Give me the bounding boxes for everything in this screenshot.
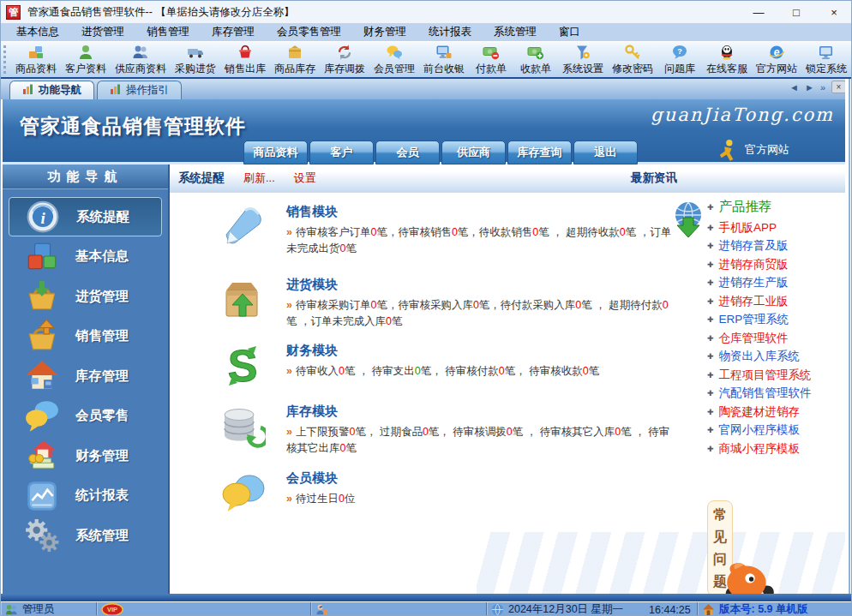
window-right-edge	[845, 79, 852, 601]
news-link[interactable]: 仓库管理软件	[719, 331, 789, 346]
sidebar-item-member-retail[interactable]: 会员零售	[9, 397, 162, 436]
sidebar-header: 功能导航	[3, 164, 168, 189]
banner-customer-button[interactable]: 客户	[309, 141, 374, 164]
toolbar-pos-cashier-button[interactable]: 前台收银	[419, 43, 469, 77]
toolbar-product-stock-button[interactable]: 商品库存	[270, 43, 320, 77]
toolbar-member-manage-button[interactable]: 会员管理	[369, 43, 419, 77]
news-item-invoicing-production[interactable]: ✚进销存生产版	[707, 274, 843, 293]
toolbar-sales-out-button[interactable]: 销售出库	[220, 43, 270, 77]
news-item-invoicing-basic[interactable]: ✚进销存普及版	[707, 237, 843, 256]
toolbar-lock-system-button[interactable]: 锁定系统	[801, 43, 851, 77]
news-link[interactable]: 手机版APP	[719, 220, 777, 236]
refresh-link[interactable]: 刷新...	[243, 170, 275, 186]
toolbar-customer-info-button[interactable]: 客户资料	[61, 43, 111, 77]
sidebar-item-finance-mgmt[interactable]: 财务管理	[9, 436, 162, 475]
keyboard-watermark	[477, 532, 845, 594]
sidebar-item-purchase-mgmt[interactable]: 进货管理	[9, 277, 162, 316]
password-icon	[624, 44, 641, 61]
ie-icon: e	[768, 44, 785, 61]
toolbar-change-password-button[interactable]: 修改密码	[608, 43, 657, 77]
news-link[interactable]: 进销存生产版	[719, 275, 789, 290]
news-link[interactable]: 进销存商贸版	[719, 257, 789, 272]
news-item-project-mgmt-system[interactable]: ✚工程项目管理系统	[707, 366, 843, 385]
sidebar-item-report-stats[interactable]: 统计报表	[9, 476, 162, 516]
tab-scroll-left-icon[interactable]: ◄	[789, 82, 799, 93]
menu-item[interactable]: 销售管理	[135, 23, 201, 41]
toolbar-question-bank-button[interactable]: ?问题库	[657, 43, 702, 77]
news-item-auto-parts-software[interactable]: ✚汽配销售管理软件	[707, 385, 843, 404]
toolbar-stock-transfer-button[interactable]: 库存调拨	[320, 43, 369, 77]
sidebar-item-system-alerts[interactable]: i系统提醒	[9, 197, 162, 236]
tab-operation-guide[interactable]: 操作指引	[97, 81, 182, 99]
news-link[interactable]: 进销存工业版	[719, 294, 789, 309]
toolbar-online-support-button[interactable]: 在线客服	[702, 43, 752, 77]
news-item-product-recommend[interactable]: ✚产品推荐	[707, 195, 843, 218]
news-link[interactable]: 进销存普及版	[719, 238, 789, 254]
toolbar-receipt-bill-button[interactable]: 收款单	[513, 43, 558, 77]
tab-close-icon[interactable]: ×	[831, 81, 846, 93]
toolbar-payment-bill-button[interactable]: 付款单	[469, 43, 513, 77]
news-link[interactable]: 物资出入库系统	[719, 349, 801, 364]
tab-list-icon[interactable]: »	[820, 82, 825, 93]
module-title-link[interactable]: 库存模块	[286, 404, 674, 420]
news-link[interactable]: 工程项目管理系统	[719, 368, 812, 383]
menu-item[interactable]: 进货管理	[70, 23, 135, 41]
menu-item[interactable]: 窗口	[548, 23, 591, 41]
menu-item[interactable]: 基本信息	[5, 23, 70, 41]
menu-item[interactable]: 系统管理	[483, 23, 548, 41]
news-link[interactable]: 陶瓷建材进销存	[719, 404, 801, 420]
toolbar-product-info-button[interactable]: 商品资料	[11, 43, 61, 77]
news-item-material-io-system[interactable]: ✚物资出入库系统	[707, 348, 843, 367]
official-site-link[interactable]: 官方网站	[718, 139, 789, 161]
sidebar-item-sales-mgmt[interactable]: 销售管理	[9, 317, 162, 356]
status-date: 2024年12月30日 星期一	[508, 602, 623, 616]
banner-stock-query-button[interactable]: 库存查询	[507, 141, 572, 164]
minimize-button[interactable]: —	[740, 1, 777, 23]
news-item-ceramic-invoicing[interactable]: ✚陶瓷建材进销存	[707, 403, 843, 422]
news-item-warehouse-software[interactable]: ✚仓库管理软件	[707, 329, 843, 348]
module-title-link[interactable]: 进货模块	[286, 277, 674, 293]
news-item-mobile-app[interactable]: ✚手机版APP	[707, 218, 843, 237]
news-item-erp-system[interactable]: ✚ERP管理系统	[707, 311, 843, 330]
news-item-invoicing-trade[interactable]: ✚进销存商贸版	[707, 255, 843, 274]
menu-item[interactable]: 会员零售管理	[266, 23, 352, 41]
news-item-invoicing-industry[interactable]: ✚进销存工业版	[707, 292, 843, 311]
tab-function-nav[interactable]: 功能导航	[9, 81, 94, 99]
toolbar-purchase-in-button[interactable]: 采购进货	[171, 43, 220, 77]
module-title-link[interactable]: 财务模块	[286, 343, 674, 359]
news-link[interactable]: 商城小程序模板	[719, 441, 801, 457]
news-item-mall-miniprogram[interactable]: ✚商城小程序模板	[707, 440, 843, 458]
maximize-button[interactable]: □	[777, 1, 815, 23]
toolbar-supplier-info-button[interactable]: 供应商资料	[111, 43, 171, 77]
fish-mascot-icon[interactable]	[723, 557, 776, 594]
toolbar-system-settings-button[interactable]: 系统设置	[558, 43, 608, 77]
toolbar-grip[interactable]	[3, 45, 6, 74]
banner-supplier-button[interactable]: 供应商	[441, 141, 506, 164]
module-title-link[interactable]: 销售模块	[286, 204, 674, 220]
banner-member-button[interactable]: 会员	[375, 141, 440, 164]
news-link[interactable]: 汽配销售管理软件	[719, 386, 812, 401]
sidebar-item-stock-mgmt[interactable]: 库存管理	[9, 356, 162, 396]
module-title-link[interactable]: 会员模块	[286, 470, 674, 487]
toolbar-official-site-button[interactable]: e官方网站	[752, 43, 801, 77]
close-button[interactable]: ×	[815, 1, 852, 23]
toolbar-label: 采购进货	[175, 62, 216, 76]
news-link[interactable]: 官网小程序模板	[719, 422, 801, 438]
sidebar-item-system-mgmt[interactable]: 系统管理	[9, 516, 162, 555]
cashier-icon	[435, 44, 453, 61]
sales-module-icon	[219, 204, 266, 250]
banner-product-info-button[interactable]: 商品资料	[243, 141, 308, 164]
tab-scroll-right-icon[interactable]: ►	[805, 82, 814, 93]
news-item-website-miniprogram[interactable]: ✚官网小程序模板	[707, 422, 843, 440]
news-link[interactable]: ERP管理系统	[719, 312, 789, 327]
finance-module-icon: S	[219, 343, 266, 389]
menu-item[interactable]: 统计报表	[417, 23, 483, 41]
faq-label-char: 常	[713, 504, 727, 526]
banner-exit-button[interactable]: 退出	[573, 141, 638, 164]
plus-bullet-icon: ✚	[707, 242, 714, 250]
menu-item[interactable]: 库存管理	[201, 23, 266, 41]
news-link[interactable]: 产品推荐	[719, 198, 772, 216]
sidebar-item-basic-info[interactable]: 基本信息	[9, 237, 162, 277]
menu-item[interactable]: 财务管理	[352, 23, 417, 41]
settings-link[interactable]: 设置	[294, 170, 316, 186]
